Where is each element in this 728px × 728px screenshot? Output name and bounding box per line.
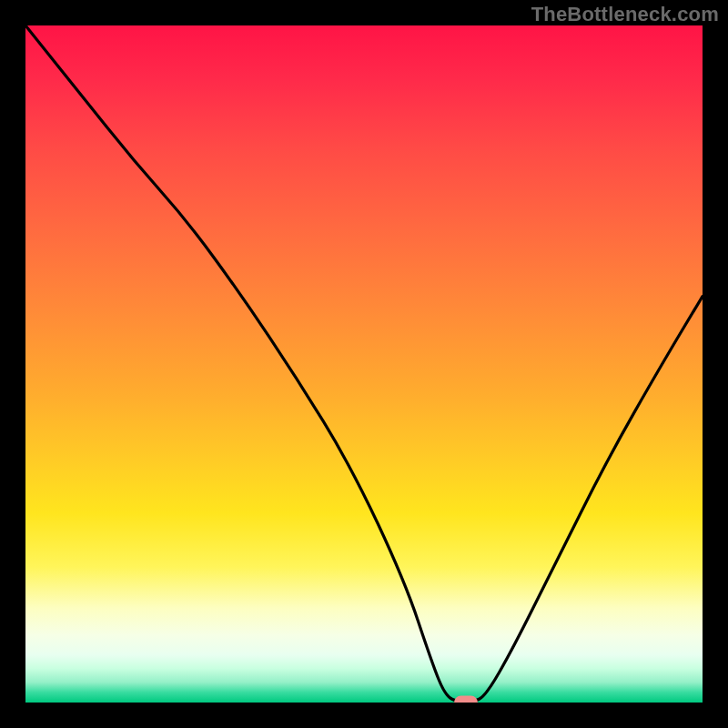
bottleneck-curve [25,25,703,703]
chart-frame: TheBottleneck.com [0,0,728,728]
watermark-label: TheBottleneck.com [531,3,719,26]
plot-area [25,25,703,703]
optimal-marker [454,696,478,703]
curve-svg [25,25,703,703]
